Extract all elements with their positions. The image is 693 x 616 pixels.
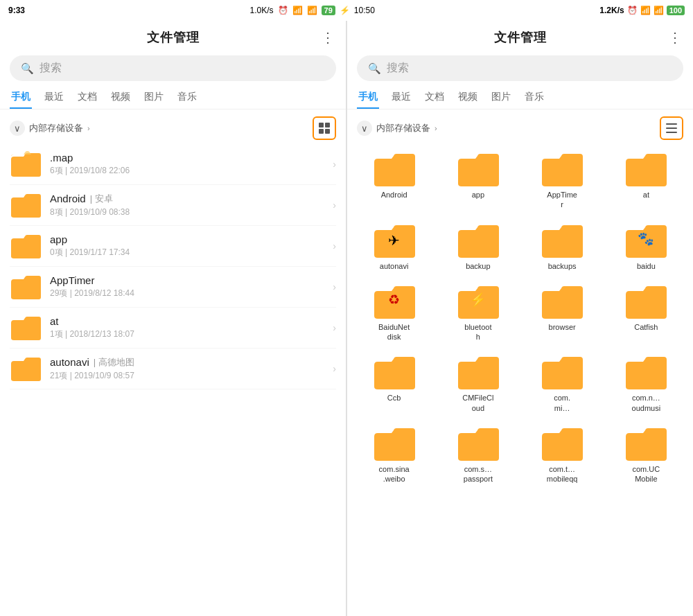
grid-item[interactable]: com.t…mobileqq: [523, 421, 602, 489]
right-tab-video[interactable]: 视频: [457, 87, 479, 109]
left-menu-icon[interactable]: ⋮: [321, 29, 335, 46]
grid-item[interactable]: com.sina.weibo: [354, 421, 434, 489]
list-item[interactable]: at 1项 | 2018/12/13 18:07 ›: [10, 308, 336, 349]
left-breadcrumb-chevron: ›: [87, 124, 90, 132]
grid-item[interactable]: com.n…oudmusi: [606, 350, 686, 417]
grid-label: at: [643, 190, 649, 200]
right-tab-image[interactable]: 图片: [490, 87, 512, 109]
folder-icon: [10, 233, 42, 259]
folder-icon: ♻: [373, 283, 416, 319]
right-tab-recent[interactable]: 最近: [390, 87, 412, 109]
folder-icon: [10, 315, 42, 341]
list-item[interactable]: app 0项 | 2019/1/17 17:34 ›: [10, 226, 336, 267]
file-meta: 1项 | 2018/12/13 18:07: [50, 328, 333, 340]
file-meta: 8项 | 2019/10/9 08:38: [50, 206, 333, 218]
list-item[interactable]: .map 6项 | 2019/10/8 22:06 ›: [10, 144, 336, 185]
grid-label: CMFileCloud: [462, 393, 493, 413]
svg-rect-1: [325, 123, 330, 127]
grid-item[interactable]: Ccb: [354, 350, 434, 417]
grid-item[interactable]: backup: [438, 218, 518, 275]
left-time: 9:33: [8, 6, 25, 15]
left-tab-recent[interactable]: 最近: [43, 87, 65, 109]
left-search-placeholder: 搜索: [40, 61, 62, 76]
grid-item[interactable]: Android: [354, 147, 434, 214]
file-name: AppTimer: [50, 274, 333, 286]
left-search-bar[interactable]: 🔍 搜索: [10, 55, 336, 81]
folder-icon: [624, 283, 667, 319]
folder-icon: 🐾: [624, 222, 667, 258]
folder-icon: ⚡: [457, 283, 500, 319]
left-breadcrumb-down[interactable]: ∨: [10, 121, 25, 136]
grid-item[interactable]: app: [438, 147, 518, 214]
left-tab-image[interactable]: 图片: [143, 87, 165, 109]
grid-label: com.sina.weibo: [379, 464, 410, 484]
left-search-icon: 🔍: [21, 62, 34, 75]
folder-icon: [624, 425, 667, 461]
grid-label: browser: [549, 322, 576, 332]
left-tab-phone[interactable]: 手机: [10, 87, 32, 109]
grid-item[interactable]: com.UCMobile: [606, 421, 686, 489]
right-tab-music[interactable]: 音乐: [523, 87, 545, 109]
grid-item[interactable]: 🐾 baidu: [606, 218, 686, 275]
right-title: 文件管理: [494, 29, 547, 46]
file-name: app: [50, 234, 333, 245]
status-bar: 9:33 1.0K/s ⏰ 📶 📶 79 ⚡ 10:50 1.2K/s ⏰ 📶 …: [0, 0, 693, 21]
right-speed: 1.2K/s: [599, 6, 624, 15]
grid-label: com.UCMobile: [633, 464, 660, 484]
svg-rect-3: [325, 129, 330, 134]
grid-label: Ccb: [387, 393, 401, 403]
right-search-placeholder: 搜索: [387, 61, 409, 76]
folder-icon: [373, 151, 416, 187]
grid-item[interactable]: at: [606, 147, 686, 214]
list-item[interactable]: Android | 安卓 8项 | 2019/10/9 08:38 ›: [10, 185, 336, 226]
right-tabs: 手机 最近 文档 视频 图片 音乐: [347, 87, 693, 109]
right-breadcrumb-chevron: ›: [435, 124, 437, 132]
grid-item[interactable]: ⚡ bluetooth: [438, 279, 518, 346]
file-name: .map: [50, 152, 333, 164]
grid-item[interactable]: com.s…passport: [438, 421, 518, 489]
right-search-bar[interactable]: 🔍 搜索: [357, 55, 683, 81]
right-signal-icon: 📶: [640, 6, 651, 15]
left-tab-doc[interactable]: 文档: [76, 87, 98, 109]
file-meta: 0项 | 2019/1/17 17:34: [50, 247, 333, 258]
file-name: at: [50, 315, 333, 327]
grid-item[interactable]: AppTimer: [523, 147, 602, 214]
left-title: 文件管理: [147, 29, 200, 46]
right-breadcrumb-down[interactable]: ∨: [357, 121, 372, 136]
grid-label: com.s…passport: [464, 464, 493, 484]
grid-item[interactable]: ♻ BaiduNetdisk: [354, 279, 434, 346]
grid-item[interactable]: ✈ autonavi: [354, 218, 434, 275]
grid-row: Android app AppTimer: [354, 147, 686, 214]
list-item[interactable]: AppTimer 29项 | 2019/8/12 18:44 ›: [10, 267, 336, 308]
right-wifi-icon: 📶: [653, 6, 664, 15]
folder-icon: [10, 192, 42, 218]
folder-icon: [10, 274, 42, 300]
right-view-toggle[interactable]: [660, 116, 683, 140]
folder-icon: [373, 425, 416, 461]
file-info: .map 6项 | 2019/10/8 22:06: [50, 152, 333, 177]
right-tab-phone[interactable]: 手机: [357, 87, 379, 109]
left-tab-video[interactable]: 视频: [109, 87, 132, 109]
folder-icon: ✈: [373, 222, 416, 258]
right-breadcrumb: ∨ 内部存储设备 ›: [347, 112, 693, 144]
center-bolt-icon: ⚡: [340, 6, 350, 15]
panel-left: 文件管理 ⋮ 🔍 搜索 手机 最近 文档 视频 图片 音乐 ∨ 内部存储设备 ›: [0, 21, 346, 616]
left-view-toggle[interactable]: [313, 116, 336, 140]
grid-item[interactable]: CMFileCloud: [438, 350, 518, 417]
svg-rect-6: [666, 132, 677, 133]
folder-icon: [457, 425, 500, 461]
grid-label: AppTimer: [547, 190, 577, 210]
list-item[interactable]: autonavi | 高德地图 21项 | 2019/10/9 08:57 ›: [10, 349, 336, 389]
panel-right: 文件管理 ⋮ 🔍 搜索 手机 最近 文档 视频 图片 音乐 ∨ 内部存储设备 ›: [347, 21, 693, 616]
grid-item[interactable]: backups: [523, 218, 602, 275]
grid-item[interactable]: com.mi…: [523, 350, 602, 417]
right-menu-icon[interactable]: ⋮: [668, 29, 682, 46]
grid-row: com.sina.weibo com.s…passport com.t…mobi…: [354, 421, 686, 489]
grid-item-catfish[interactable]: Catfish: [606, 279, 686, 346]
right-tab-doc[interactable]: 文档: [423, 87, 446, 109]
grid-label: Android: [381, 190, 407, 200]
grid-item[interactable]: browser: [523, 279, 602, 346]
left-tab-music[interactable]: 音乐: [176, 87, 198, 109]
folder-icon: [457, 354, 500, 390]
file-name: Android | 安卓: [50, 193, 333, 205]
